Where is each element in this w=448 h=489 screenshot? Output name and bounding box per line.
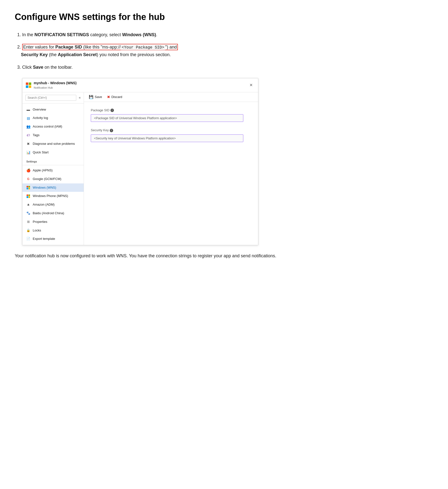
step-2: 2. Enter values for Package SID (like th… xyxy=(15,43,433,59)
package-sid-info-icon: i xyxy=(110,109,114,112)
tags-icon: 🏷 xyxy=(26,133,30,137)
azure-portal-window: mynhub - Windows (WNS) Notification Hub … xyxy=(22,78,258,245)
close-button[interactable]: ✕ xyxy=(247,82,255,89)
sidebar-item-quickstart[interactable]: 📊 Quick Start xyxy=(22,148,84,157)
window-title: mynhub - Windows (WNS) xyxy=(34,80,77,86)
sidebar-item-winphone[interactable]: Windows Phone (MPNS) xyxy=(22,192,84,200)
sidebar-item-export[interactable]: 📄 Export template xyxy=(22,235,84,243)
security-key-group: Security Key i xyxy=(91,128,251,142)
step-1: 1. In the NOTIFICATION SETTINGS category… xyxy=(15,31,433,39)
window-subtitle: Notification Hub xyxy=(34,86,77,90)
package-sid-input[interactable] xyxy=(91,114,243,122)
security-key-label: Security Key xyxy=(91,128,109,133)
page-title: Configure WNS settings for the hub xyxy=(15,10,433,24)
windows-wns-icon xyxy=(26,186,30,190)
iam-icon: 👥 xyxy=(26,125,30,129)
search-input[interactable] xyxy=(25,95,76,101)
window-titlebar: mynhub - Windows (WNS) Notification Hub … xyxy=(22,78,258,92)
package-sid-group: Package SID i xyxy=(91,108,251,122)
window-body: « ▬ Overview ▤ Activity log 👥 Access con… xyxy=(22,92,258,245)
apple-icon: 🍎 xyxy=(26,168,30,172)
sidebar: « ▬ Overview ▤ Activity log 👥 Access con… xyxy=(22,92,84,245)
security-key-input[interactable] xyxy=(91,134,243,142)
diagnose-icon: ✖ xyxy=(26,142,30,146)
sidebar-item-iam[interactable]: 👥 Access control (IAM) xyxy=(22,122,84,131)
baidu-icon: 🐾 xyxy=(26,211,30,215)
step2-highlight: Enter values for Package SID (like this … xyxy=(22,44,178,50)
sidebar-item-overview[interactable]: ▬ Overview xyxy=(22,105,84,114)
overview-icon: ▬ xyxy=(26,108,30,112)
sidebar-item-apple[interactable]: 🍎 Apple (APNS) xyxy=(22,166,84,175)
sidebar-item-windows-wns[interactable]: Windows (WNS) xyxy=(22,183,84,192)
toolbar: 💾 Save ✖ Discard xyxy=(84,92,258,102)
footer-text: Your notification hub is now configured … xyxy=(15,252,433,260)
sidebar-item-activity-log[interactable]: ▤ Activity log xyxy=(22,114,84,122)
save-icon: 💾 xyxy=(89,95,93,99)
form-area: Package SID i Security Key i xyxy=(84,102,258,154)
winphone-icon xyxy=(26,194,30,198)
discard-button[interactable]: ✖ Discard xyxy=(107,95,122,99)
amazon-icon: a xyxy=(26,203,30,207)
quickstart-icon: 📊 xyxy=(26,150,30,154)
sidebar-item-baidu[interactable]: 🐾 Baidu (Android China) xyxy=(22,209,84,218)
sidebar-item-google[interactable]: G Google (GCM/FCM) xyxy=(22,175,84,183)
export-icon: 📄 xyxy=(26,237,30,241)
discard-icon: ✖ xyxy=(107,95,110,99)
sidebar-item-properties[interactable]: ⊞ Properties xyxy=(22,218,84,226)
main-content: 💾 Save ✖ Discard Package SID i xyxy=(84,92,258,245)
collapse-icon[interactable]: « xyxy=(79,95,81,100)
save-button[interactable]: 💾 Save xyxy=(89,95,102,99)
settings-section-label: Settings xyxy=(22,157,84,165)
google-icon: G xyxy=(26,177,30,181)
sidebar-nav: ▬ Overview ▤ Activity log 👥 Access contr… xyxy=(22,103,84,245)
package-sid-label: Package SID xyxy=(91,108,109,113)
ms-logo-icon xyxy=(26,82,31,88)
security-key-info-icon: i xyxy=(110,129,113,132)
sidebar-item-tags[interactable]: 🏷 Tags xyxy=(22,131,84,140)
step-3: 3. Click Save on the toolbar. xyxy=(15,64,433,71)
sidebar-item-amazon[interactable]: a Amazon (ADM) xyxy=(22,200,84,209)
activity-log-icon: ▤ xyxy=(26,116,30,120)
sidebar-item-locks[interactable]: 🔒 Locks xyxy=(22,226,84,235)
properties-icon: ⊞ xyxy=(26,220,30,224)
locks-icon: 🔒 xyxy=(26,228,30,232)
sidebar-item-diagnose[interactable]: ✖ Diagnose and solve problems xyxy=(22,140,84,148)
